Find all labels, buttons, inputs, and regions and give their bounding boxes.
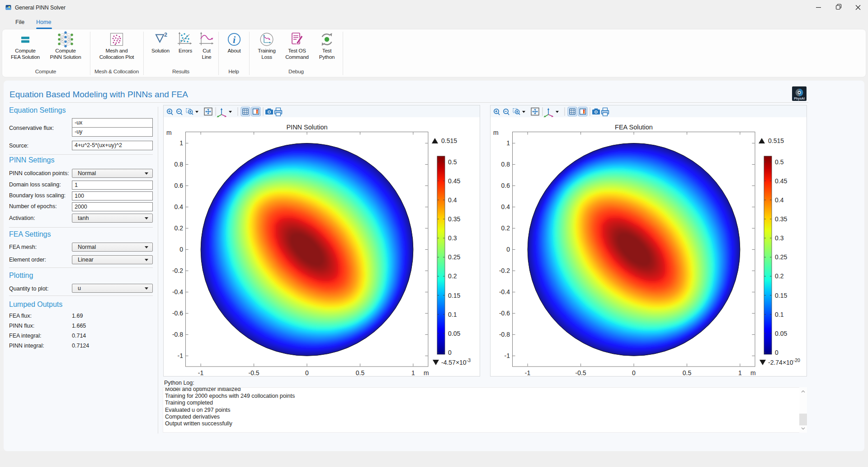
svg-text:-2.74×10-20: -2.74×10-20 [768, 357, 800, 366]
svg-text:-1: -1 [198, 369, 204, 376]
svg-text:0.2: 0.2 [448, 272, 457, 280]
svg-text:-0.6: -0.6 [499, 310, 510, 317]
svg-text:0.5: 0.5 [356, 369, 365, 376]
svg-text:0.15: 0.15 [775, 292, 787, 299]
svg-text:0: 0 [506, 246, 510, 253]
svg-text:0.3: 0.3 [775, 234, 784, 242]
svg-text:m: m [750, 369, 756, 376]
svg-text:0.2: 0.2 [501, 224, 510, 232]
svg-text:0.4: 0.4 [501, 203, 510, 210]
svg-text:1: 1 [179, 139, 183, 147]
svg-text:m: m [493, 129, 499, 136]
svg-text:1: 1 [506, 139, 510, 147]
svg-text:-0.6: -0.6 [172, 310, 183, 317]
svg-text:0.1: 0.1 [448, 311, 457, 318]
svg-text:0.5: 0.5 [448, 158, 457, 166]
svg-text:0.2: 0.2 [775, 272, 784, 280]
svg-text:-0.2: -0.2 [499, 267, 510, 274]
svg-text:PhysAI: PhysAI [794, 97, 805, 100]
svg-text:-1: -1 [505, 352, 510, 359]
svg-text:0.4: 0.4 [175, 203, 184, 210]
svg-text:-0.2: -0.2 [172, 267, 183, 274]
svg-text:0: 0 [179, 246, 183, 253]
svg-text:-0.8: -0.8 [172, 331, 183, 338]
svg-text:1: 1 [411, 369, 415, 376]
svg-text:0.45: 0.45 [775, 177, 787, 185]
svg-text:0.5: 0.5 [775, 158, 784, 166]
svg-text:0.5: 0.5 [683, 369, 692, 376]
svg-text:0.25: 0.25 [448, 253, 460, 261]
svg-text:0.35: 0.35 [775, 215, 787, 223]
svg-text:PINN Solution: PINN Solution [286, 124, 327, 131]
svg-text:-1: -1 [178, 352, 184, 359]
svg-text:0.515: 0.515 [441, 137, 457, 144]
svg-text:2: 2 [164, 32, 167, 38]
svg-text:0.8: 0.8 [175, 161, 184, 168]
svg-text:0.515: 0.515 [768, 137, 784, 144]
svg-text:0.4: 0.4 [775, 196, 784, 204]
svg-text:0.25: 0.25 [775, 253, 787, 261]
svg-text:-0.4: -0.4 [172, 288, 183, 295]
svg-text:-1: -1 [525, 369, 531, 376]
svg-text:-4.57×10-3: -4.57×10-3 [441, 357, 471, 366]
svg-text:0.6: 0.6 [501, 182, 510, 189]
svg-text:-0.8: -0.8 [499, 331, 510, 338]
svg-text:0.2: 0.2 [175, 224, 184, 232]
svg-text:m: m [166, 129, 172, 136]
svg-text:0.35: 0.35 [448, 215, 460, 223]
svg-text:-0.4: -0.4 [499, 288, 510, 295]
svg-text:0: 0 [448, 349, 452, 356]
svg-text:1: 1 [738, 369, 742, 376]
svg-text:0.45: 0.45 [448, 177, 460, 185]
svg-text:0.05: 0.05 [775, 330, 787, 337]
svg-text:0.8: 0.8 [501, 161, 510, 168]
svg-text:0: 0 [775, 349, 778, 356]
svg-text:-0.5: -0.5 [249, 369, 259, 376]
svg-text:m: m [424, 369, 429, 376]
svg-text:0.15: 0.15 [448, 292, 460, 299]
svg-text:-0.5: -0.5 [576, 369, 586, 376]
svg-text:0.6: 0.6 [175, 182, 184, 189]
svg-text:FEA Solution: FEA Solution [615, 124, 653, 131]
svg-text:0: 0 [305, 369, 309, 376]
svg-text:0: 0 [632, 369, 636, 376]
svg-text:0.05: 0.05 [448, 330, 460, 337]
svg-text:0.3: 0.3 [448, 234, 457, 242]
svg-text:0.4: 0.4 [448, 196, 457, 204]
svg-text:i: i [233, 34, 236, 45]
svg-text:0.1: 0.1 [775, 311, 784, 318]
